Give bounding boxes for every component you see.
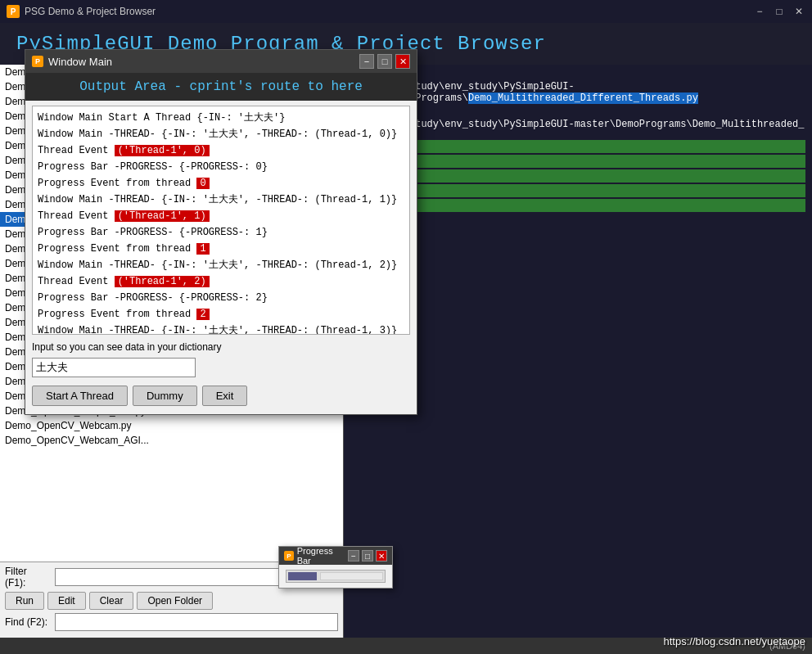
modal-window-main: P Window Main − □ ✕ Output Area - cprint… <box>25 49 417 415</box>
progress-mini-label-title: Progress Bar <box>297 546 348 566</box>
progress-mini-title-bar: P Progress Bar − □ ✕ <box>279 547 392 565</box>
modal-output-label: Output Area - cprint's route to here <box>25 73 417 101</box>
modal-buttons: Start A Thread Dummy Exit <box>25 381 417 414</box>
progress-minimize[interactable]: − <box>348 550 359 562</box>
right-output-line: ded <box>350 140 805 153</box>
running-path-1: e:\python_study\env_study\PySimpleGUI-ma… <box>350 81 805 104</box>
running-label-1: Running.... <box>350 68 805 79</box>
filter-label: Filter (F1): <box>5 566 50 589</box>
progress-mini-controls: − □ ✕ <box>348 550 387 562</box>
title-bar-title: PSG Demo & Project Browser <box>25 6 753 17</box>
find-label: Find (F2): <box>5 616 50 628</box>
maximize-button[interactable]: □ <box>773 5 786 18</box>
running-label-2: Running.... <box>350 106 805 117</box>
right-output-line-3: ded <box>350 169 805 183</box>
modal-text-input[interactable] <box>32 358 196 377</box>
log-line: Progress Event from thread 2 <box>36 306 406 322</box>
log-line: Progress Event from thread 0 <box>36 175 406 192</box>
progress-bar-track <box>286 570 386 583</box>
modal-title-bar: P Window Main − □ ✕ <box>25 50 417 73</box>
title-bar: P PSG Demo & Project Browser − □ ✕ <box>0 0 812 23</box>
modal-icon: P <box>32 56 43 67</box>
close-button[interactable]: ✕ <box>792 5 805 18</box>
right-output-line-5: ded <box>350 199 805 212</box>
progress-maximize[interactable]: □ <box>362 550 373 562</box>
right-output-line-2: ded <box>350 155 805 168</box>
progress-close[interactable]: ✕ <box>376 550 387 562</box>
progress-mini-icon: P <box>284 551 294 561</box>
modal-minimize[interactable]: − <box>359 54 374 69</box>
log-line: Window Main Start A Thread {-IN-: '土大夫'} <box>36 110 406 126</box>
file-list-item[interactable]: Demo_OpenCV_Webcam_AGI... <box>0 433 343 448</box>
log-line: Thread Event ('Thread-1', 0) <box>36 142 406 159</box>
log-line: Window Main -THREAD- {-IN-: '土大夫', -THRE… <box>36 322 406 335</box>
progress-mini-body <box>279 565 392 588</box>
button-row: Run Edit Clear Open Folder <box>5 592 338 610</box>
log-line: Progress Bar -PROGRESS- {-PROGRESS-: 0} <box>36 159 406 175</box>
modal-input-row <box>25 354 417 381</box>
modal-controls: − □ ✕ <box>359 54 410 69</box>
modal-maximize[interactable]: □ <box>377 54 392 69</box>
watermark: https://blog.csdn.net/yuetaope <box>664 635 805 647</box>
running-path-2: e:\python_study\env_study\PySimpleGUI-ma… <box>350 119 805 130</box>
log-line: Window Main -THREAD- {-IN-: '土大夫', -THRE… <box>36 257 406 273</box>
app-icon: P <box>7 5 20 18</box>
log-line: Window Main -THREAD- {-IN-: '土大夫', -THRE… <box>36 192 406 208</box>
log-line: Progress Bar -PROGRESS- {-PROGRESS-: 1} <box>36 224 406 241</box>
file-list-item[interactable]: Demo_OpenCV_Webcam.py <box>0 418 343 433</box>
log-line: Thread Event ('Thread-1', 2) <box>36 273 406 290</box>
clear-button[interactable]: Clear <box>89 592 134 610</box>
exit-button[interactable]: Exit <box>202 386 248 406</box>
find-input[interactable] <box>55 613 338 631</box>
progress-bar-empty <box>320 572 383 580</box>
filter-input[interactable] <box>55 568 296 586</box>
log-line: Progress Bar -PROGRESS- {-PROGRESS-: 2} <box>36 290 406 306</box>
edit-button[interactable]: Edit <box>47 592 86 610</box>
title-bar-controls: − □ ✕ <box>753 5 805 18</box>
progress-bar-fill <box>288 572 317 580</box>
right-output-line-4: ded <box>350 184 805 197</box>
modal-title: Window Main <box>48 56 359 68</box>
open-folder-button[interactable]: Open Folder <box>137 592 213 610</box>
log-line: Progress Event from thread 1 <box>36 241 406 257</box>
start-thread-button[interactable]: Start A Thread <box>32 386 128 406</box>
log-line: Window Main -THREAD- {-IN-: '土大夫', -THRE… <box>36 126 406 142</box>
modal-output-area[interactable]: Window Main Start A Thread {-IN-: '土大夫'}… <box>32 106 410 335</box>
log-line: Thread Event ('Thread-1', 1) <box>36 208 406 224</box>
run-button[interactable]: Run <box>5 592 44 610</box>
dummy-button[interactable]: Dummy <box>133 386 197 406</box>
minimize-button[interactable]: − <box>753 5 766 18</box>
modal-input-label: Input so you can see data in your dictio… <box>25 340 417 354</box>
find-row: Find (F2): <box>5 613 338 631</box>
progress-mini-window: P Progress Bar − □ ✕ <box>278 546 393 589</box>
modal-close[interactable]: ✕ <box>395 54 410 69</box>
